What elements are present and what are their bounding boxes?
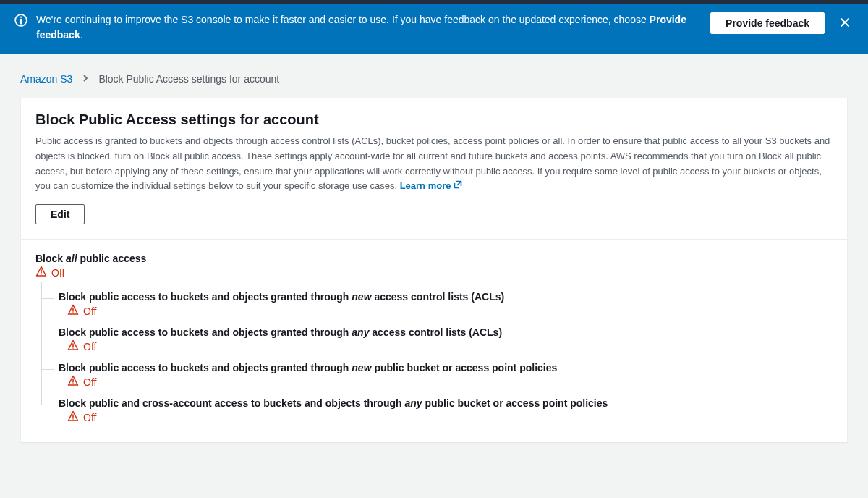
child-row: Block public access to buckets and objec… <box>41 353 833 389</box>
svg-point-2 <box>20 17 22 18</box>
panel-body: Block all public access Off <box>21 240 847 442</box>
svg-point-15 <box>72 418 74 420</box>
child-row: Block public access to buckets and objec… <box>41 318 833 353</box>
svg-line-5 <box>457 182 461 186</box>
breadcrumb-root-link[interactable]: Amazon S3 <box>20 73 72 85</box>
svg-point-7 <box>41 274 42 275</box>
breadcrumb: Amazon S3 Block Public Access settings f… <box>20 63 848 98</box>
warning-icon <box>67 304 79 318</box>
panel-header: Block Public Access settings for account… <box>21 98 847 240</box>
child-status: Off <box>59 410 833 424</box>
block-all-status: Off <box>35 266 833 279</box>
child-row: Block public access to buckets and objec… <box>41 282 833 318</box>
block-children: Block public access to buckets and objec… <box>41 282 833 424</box>
child-title: Block public and cross-account access to… <box>59 397 833 409</box>
svg-point-13 <box>72 383 74 384</box>
breadcrumb-current: Block Public Access settings for account <box>98 73 279 85</box>
banner-text: We're continuing to improve the S3 conso… <box>36 12 702 43</box>
warning-icon <box>67 375 79 389</box>
feedback-banner: We're continuing to improve the S3 conso… <box>0 4 868 54</box>
svg-point-11 <box>72 347 74 349</box>
warning-icon <box>67 410 79 424</box>
child-status: Off <box>59 304 833 318</box>
child-title: Block public access to buckets and objec… <box>59 291 833 303</box>
child-title: Block public access to buckets and objec… <box>59 326 833 338</box>
settings-panel: Block Public Access settings for account… <box>20 98 848 442</box>
close-banner-button[interactable] <box>836 14 854 33</box>
learn-more-link[interactable]: Learn more <box>400 179 463 194</box>
info-icon <box>14 14 27 27</box>
warning-icon <box>35 266 47 279</box>
provide-feedback-button[interactable]: Provide feedback <box>710 12 825 34</box>
warning-icon <box>67 339 79 353</box>
chevron-right-icon <box>82 73 88 85</box>
close-icon <box>839 17 851 30</box>
panel-description: Public access is granted to buckets and … <box>35 134 833 194</box>
page-title: Block Public Access settings for account <box>35 111 833 128</box>
block-all-title: Block all public access <box>35 253 833 264</box>
child-status: Off <box>59 339 833 353</box>
svg-point-9 <box>72 312 74 313</box>
child-row: Block public and cross-account access to… <box>41 389 833 424</box>
edit-button[interactable]: Edit <box>35 204 85 224</box>
child-status: Off <box>59 375 833 389</box>
child-title: Block public access to buckets and objec… <box>59 362 833 374</box>
block-all-row: Block all public access Off <box>35 253 833 279</box>
external-link-icon <box>454 179 462 194</box>
